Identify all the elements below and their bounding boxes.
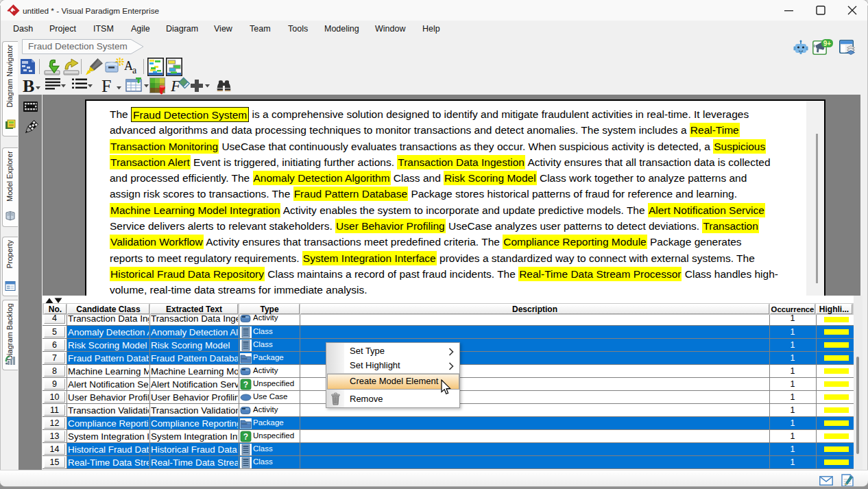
svg-text:F: F xyxy=(171,77,181,95)
svg-text:?: ? xyxy=(243,380,248,390)
svg-text:?: ? xyxy=(243,432,248,442)
svg-text:a: a xyxy=(132,65,137,75)
svg-text:9+: 9+ xyxy=(823,40,832,47)
svg-text:B: B xyxy=(23,77,34,95)
svg-text:F: F xyxy=(101,77,111,95)
